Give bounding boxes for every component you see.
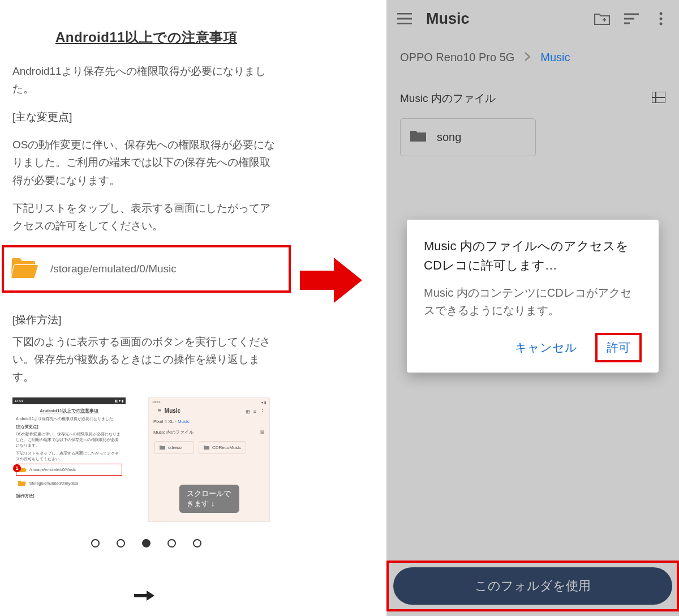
arrow-right-icon xyxy=(134,589,154,605)
thumb1-p3: 下記リストをタップし、表示する画面にしたがってアクセスの許可をしてください。 xyxy=(12,451,126,462)
menu-icon: ≡ xyxy=(158,408,161,414)
more-icon[interactable] xyxy=(648,6,673,31)
sort-icon: ≡ xyxy=(253,409,256,414)
list-view-icon: ▤ xyxy=(260,429,265,435)
chevron-right-icon xyxy=(525,51,530,64)
folder-icon xyxy=(204,445,209,450)
new-folder-icon[interactable] xyxy=(590,6,614,31)
crumb-root[interactable]: OPPO Reno10 Pro 5G xyxy=(400,51,514,64)
more-icon: ⋮ xyxy=(260,409,265,414)
folder-icon xyxy=(410,129,427,146)
thumb1-p1: Android11より保存先への権限取得が必要になりました。 xyxy=(12,416,126,422)
svg-point-0 xyxy=(660,12,663,15)
thumb2-section: Music 内のファイル xyxy=(153,429,194,435)
toolbar: Music xyxy=(386,0,679,37)
sort-icon[interactable] xyxy=(619,6,644,31)
new-folder-icon: ⊞ xyxy=(246,409,250,414)
breadcrumb[interactable]: OPPO Reno10 Pro 5G Music xyxy=(386,37,679,64)
thumb2-folder-1: cdreco xyxy=(154,441,194,454)
intro-text: Android11より保存先への権限取得が必要になりました。 xyxy=(12,62,280,98)
status-icons: ▾ ▮ xyxy=(261,400,266,404)
thumb2-time: 10:11 xyxy=(152,400,161,404)
thumb2-crumb-cur: Music xyxy=(178,419,190,424)
dialog-body: Music 内のコンテンツにCDレコがアクセスできるようになります。 xyxy=(424,284,642,319)
section-header: Music 内のファイル xyxy=(386,64,679,106)
status-icons: ◧ ▾ ▮ xyxy=(115,399,123,403)
allow-button[interactable]: 許可 xyxy=(601,337,636,358)
page-title: Android11以上での注意事項 xyxy=(0,0,293,62)
thumb1-path2: /storage/emulated/0/mydata xyxy=(16,478,122,489)
left-panel: Android11以上での注意事項 Android11より保存先への権限取得が必… xyxy=(0,0,293,616)
thumb2-folder-2: CDRecoMusic xyxy=(199,441,246,454)
svg-point-2 xyxy=(660,23,663,25)
arrow-right-icon xyxy=(300,255,362,306)
thumb2-title: Music xyxy=(165,408,181,414)
right-panel: Music OPPO Reno10 Pro 5G Music Music 内のフ… xyxy=(386,0,679,616)
thumb1-title: Android11以上での注意事項 xyxy=(12,408,126,414)
thumb2-crumb-root: Pixel 4 XL xyxy=(153,419,174,424)
bottom-button-highlight: このフォルダを使用 xyxy=(386,561,679,611)
crumb-current[interactable]: Music xyxy=(540,51,570,64)
thumbnail-step-2: 10:11▾ ▮ ≡Music ⊞≡⋮ Pixel 4 XL › Music M… xyxy=(148,397,270,522)
howto-label: [操作方法] xyxy=(12,313,280,327)
dialog-title: Music 内のファイルへのアクセスをCDレコに許可します… xyxy=(424,237,642,275)
changes-body-2: 下記リストをタップし、表示する画面にしたがってアクセスの許可をしてください。 xyxy=(12,199,280,235)
cancel-button[interactable]: キャンセル xyxy=(508,335,584,360)
folder-label: song xyxy=(437,131,461,144)
dot[interactable] xyxy=(193,539,201,547)
thumb1-label2: [操作方法] xyxy=(12,493,126,499)
changes-body: OSの動作変更に伴い、保存先への権限取得が必要になりました。ご利用の端末では以下… xyxy=(12,136,280,189)
page-indicator[interactable] xyxy=(0,539,293,547)
list-view-icon[interactable] xyxy=(652,92,665,106)
thumbnail-step-1: 14:01◧ ▾ ▮ Android11以上での注意事項 Android11より… xyxy=(12,397,126,522)
folder-item-song[interactable]: song xyxy=(400,118,536,156)
thumb1-time: 14:01 xyxy=(15,399,23,403)
howto-body: 下図のように表示する画面のボタンを実行してください。保存先が複数あるときはこの操… xyxy=(12,333,280,386)
allow-button-highlight: 許可 xyxy=(595,333,642,362)
permission-dialog: Music 内のファイルへのアクセスをCDレコに許可します… Music 内のコ… xyxy=(407,220,659,373)
folder-open-icon xyxy=(18,480,26,486)
changes-label: [主な変更点] xyxy=(12,108,280,126)
screen-title: Music xyxy=(426,10,470,28)
thumb1-p2: OSの動作変更に伴い、保存先への権限取得が必要になりました。ご利用の端末では以下… xyxy=(12,431,126,448)
folder-icon xyxy=(160,445,165,450)
dot[interactable] xyxy=(91,539,100,547)
dot[interactable] xyxy=(167,539,176,547)
thumb1-path1: /storage/emulated/0/Music xyxy=(16,464,122,476)
svg-point-1 xyxy=(660,18,663,20)
section-label: Music 内のファイル xyxy=(400,91,496,106)
folder-open-icon xyxy=(11,256,38,281)
storage-path-item[interactable]: /storage/emulated/0/Music xyxy=(2,245,291,293)
dot-active[interactable] xyxy=(142,539,151,547)
scroll-hint: スクロールできます ↓ xyxy=(179,485,239,513)
storage-path-text: /storage/emulated/0/Music xyxy=(50,263,177,275)
menu-icon[interactable] xyxy=(392,6,417,31)
dot[interactable] xyxy=(117,539,125,547)
use-folder-button[interactable]: このフォルダを使用 xyxy=(393,567,672,605)
thumb1-label: [主な変更点] xyxy=(12,424,126,430)
step-badge-1: 1 xyxy=(13,464,21,472)
